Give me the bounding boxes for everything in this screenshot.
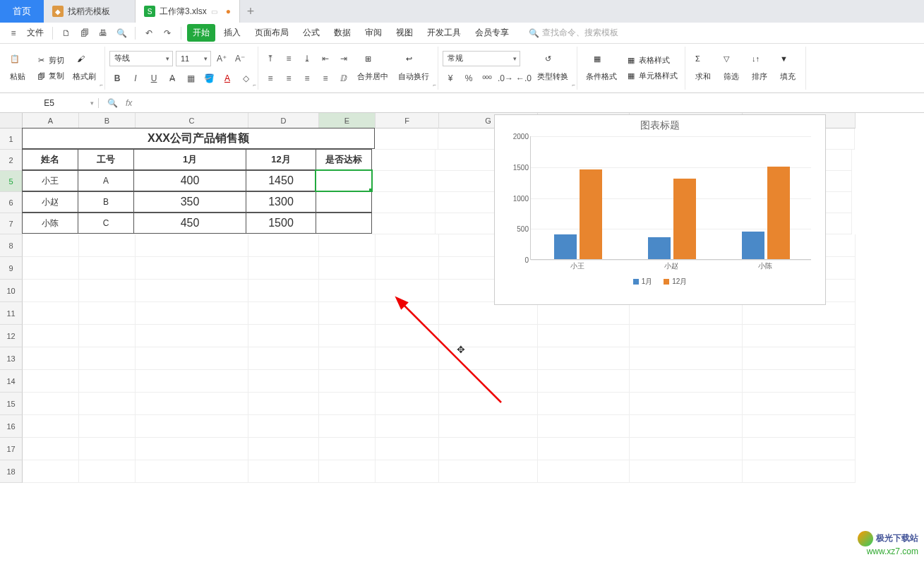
name-box[interactable]: E5 xyxy=(0,98,99,108)
increase-font-icon[interactable]: A⁺ xyxy=(214,51,229,66)
border-icon[interactable]: ▦ xyxy=(183,71,198,86)
strikethrough-icon[interactable]: A̶ xyxy=(164,71,180,86)
bold-icon[interactable]: B xyxy=(109,71,125,86)
row-header-8[interactable]: 8 xyxy=(0,234,23,257)
cell-B12[interactable] xyxy=(79,325,136,347)
col-header-E[interactable]: E xyxy=(319,113,376,128)
print-preview-icon[interactable]: 🔍 xyxy=(114,25,129,41)
cell-J15[interactable] xyxy=(743,393,856,415)
print-icon[interactable]: 🖶 xyxy=(95,25,111,41)
cell-J12[interactable] xyxy=(743,325,856,347)
cell-A18[interactable] xyxy=(23,460,79,483)
type-convert-button[interactable]: ↺ 类型转换 xyxy=(533,53,572,83)
cell-C17[interactable] xyxy=(136,438,248,460)
cell-J16[interactable] xyxy=(743,415,856,438)
cell-E9[interactable] xyxy=(319,257,376,280)
row-header-6[interactable]: 6 xyxy=(0,192,23,213)
cell-E8[interactable] xyxy=(319,234,376,257)
cell-J17[interactable] xyxy=(743,438,856,460)
cell-A2[interactable]: 姓名 xyxy=(22,149,78,170)
cell-F5[interactable] xyxy=(372,171,436,192)
menu-tab-dev[interactable]: 开发工具 xyxy=(421,24,467,42)
cell-B10[interactable] xyxy=(79,280,136,302)
cell-C14[interactable] xyxy=(136,370,248,393)
clipboard-launcher-icon[interactable]: ⌐ xyxy=(100,82,103,88)
cell-F10[interactable] xyxy=(376,280,439,302)
cell-F6[interactable] xyxy=(372,192,436,213)
cell-A11[interactable] xyxy=(23,302,79,325)
cell-H17[interactable] xyxy=(538,438,630,460)
align-top-icon[interactable]: ⤒ xyxy=(263,51,278,66)
orientation-icon[interactable]: ⅅ xyxy=(336,71,352,86)
row-header-10[interactable]: 10 xyxy=(0,280,23,302)
cell-H13[interactable] xyxy=(538,347,630,370)
cell-B18[interactable] xyxy=(79,460,136,483)
row-header-9[interactable]: 9 xyxy=(0,257,23,280)
cell-B5[interactable]: A xyxy=(78,170,134,191)
cell-D8[interactable] xyxy=(248,234,319,257)
table-style-button[interactable]: ▦表格样式 xyxy=(623,54,680,68)
sum-button[interactable]: Σ求和 xyxy=(690,53,716,83)
cell-E10[interactable] xyxy=(319,280,376,302)
cell-D16[interactable] xyxy=(248,415,319,438)
command-search[interactable]: 🔍 查找命令、搜索模板 xyxy=(529,27,618,39)
cell-B14[interactable] xyxy=(79,370,136,393)
cell-F2[interactable] xyxy=(372,150,436,171)
row-header-13[interactable]: 13 xyxy=(0,347,23,370)
cell-D14[interactable] xyxy=(248,370,319,393)
cell-I15[interactable] xyxy=(630,393,743,415)
cell-G14[interactable] xyxy=(439,370,538,393)
col-header-F[interactable]: F xyxy=(376,113,439,128)
cell-E11[interactable] xyxy=(319,302,376,325)
cell-E17[interactable] xyxy=(319,438,376,460)
cell-B15[interactable] xyxy=(79,393,136,415)
font-launcher-icon[interactable]: ⌐ xyxy=(253,82,256,88)
cell-A15[interactable] xyxy=(23,393,79,415)
cell-C13[interactable] xyxy=(136,347,248,370)
italic-icon[interactable]: I xyxy=(128,71,143,86)
row-header-11[interactable]: 11 xyxy=(0,302,23,325)
cell-E6[interactable] xyxy=(316,191,372,213)
cell-A13[interactable] xyxy=(23,347,79,370)
cell-G18[interactable] xyxy=(439,460,538,483)
menu-tab-data[interactable]: 数据 xyxy=(328,24,356,42)
file-tab[interactable]: S 工作簿3.xlsx ▭ ● xyxy=(136,0,240,23)
wrap-button[interactable]: ↩ 自动换行 xyxy=(394,53,433,83)
align-left-icon[interactable]: ≡ xyxy=(263,71,278,86)
font-name-select[interactable]: 等线 xyxy=(109,51,173,66)
cell-I18[interactable] xyxy=(630,460,743,483)
cell-A7[interactable]: 小陈 xyxy=(22,213,78,234)
row-header-1[interactable]: 1 xyxy=(0,128,23,150)
cell-B2[interactable]: 工号 xyxy=(78,149,134,170)
row-header-16[interactable]: 16 xyxy=(0,415,23,438)
align-right-icon[interactable]: ≡ xyxy=(299,71,315,86)
cell-D5[interactable]: 1450 xyxy=(246,170,316,191)
format-painter-button[interactable]: 🖌 格式刷 xyxy=(68,53,100,83)
cell-F16[interactable] xyxy=(376,415,439,438)
currency-icon[interactable]: ¥ xyxy=(443,71,458,86)
cell-B13[interactable] xyxy=(79,347,136,370)
cell-G12[interactable] xyxy=(439,325,538,347)
paste-button[interactable]: 📋 粘贴 xyxy=(4,53,31,83)
copy-button[interactable]: 🗐复制 xyxy=(32,69,67,83)
cell-J14[interactable] xyxy=(743,370,856,393)
cell-I11[interactable] xyxy=(630,302,743,325)
number-launcher-icon[interactable]: ⌐ xyxy=(572,82,575,88)
menu-tab-view[interactable]: 视图 xyxy=(390,24,419,42)
cell-F9[interactable] xyxy=(376,257,439,280)
cell-C18[interactable] xyxy=(136,460,248,483)
row-header-14[interactable]: 14 xyxy=(0,370,23,393)
highlight-icon[interactable]: ◇ xyxy=(238,71,253,86)
cell-C9[interactable] xyxy=(136,257,248,280)
cell-H15[interactable] xyxy=(538,393,630,415)
cell-A17[interactable] xyxy=(23,438,79,460)
cell-E18[interactable] xyxy=(319,460,376,483)
font-size-select[interactable]: 11 xyxy=(176,51,211,66)
fill-button[interactable]: ▼填充 xyxy=(774,53,801,83)
menu-tab-start[interactable]: 开始 xyxy=(187,24,215,42)
menu-tab-member[interactable]: 会员专享 xyxy=(469,24,515,42)
merge-button[interactable]: ⊞ 合并居中 xyxy=(353,53,392,83)
cell-G11[interactable] xyxy=(439,302,538,325)
col-header-D[interactable]: D xyxy=(248,113,319,128)
cell-F17[interactable] xyxy=(376,438,439,460)
